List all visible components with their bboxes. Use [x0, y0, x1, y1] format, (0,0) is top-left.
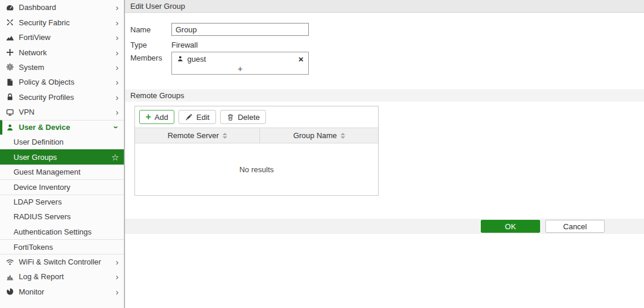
member-item[interactable]: guest ×: [172, 52, 308, 65]
delete-button[interactable]: Delete: [220, 110, 267, 124]
column-header-remote-server[interactable]: Remote Server: [135, 128, 260, 143]
add-button-label: Add: [154, 113, 168, 122]
sort-icon: [222, 133, 227, 139]
members-box: guest × +: [171, 52, 309, 75]
sidebar-item-ldap-servers[interactable]: LDAP Servers: [0, 195, 124, 209]
add-button[interactable]: + Add: [139, 110, 174, 124]
sidebar-item-label: User & Device: [19, 123, 115, 132]
sidebar-item-label: VPN: [19, 108, 116, 116]
network-icon: [5, 48, 15, 56]
page-title: Edit User Group: [125, 0, 644, 13]
action-bar: OK Cancel: [125, 219, 644, 234]
remote-groups-table: + Add Edit Delete Remo: [134, 106, 379, 196]
chevron-right-icon: ›: [116, 272, 120, 281]
remote-groups-toolbar: + Add Edit Delete: [135, 106, 378, 128]
column-header-group-name[interactable]: Group Name: [260, 128, 378, 143]
fortiview-icon: [5, 34, 15, 42]
sidebar-item-policy-objects[interactable]: Policy & Objects ›: [0, 75, 124, 89]
sidebar-item-security-profiles[interactable]: Security Profiles ›: [0, 90, 124, 105]
sidebar-item-label: RADIUS Servers: [14, 212, 120, 221]
sidebar-item-log-report[interactable]: Log & Report ›: [0, 269, 124, 284]
sidebar-item-radius-servers[interactable]: RADIUS Servers: [0, 209, 124, 224]
monitor-icon: [5, 287, 15, 296]
members-row: Members guest × +: [130, 52, 309, 75]
log-report-icon: [5, 273, 15, 281]
name-row: Name: [130, 23, 309, 36]
type-row: Type Firewall: [130, 40, 198, 49]
column-header-label: Group Name: [293, 131, 336, 140]
app-root: Dashboard › Security Fabric › FortiView …: [0, 0, 644, 308]
favorite-star-icon[interactable]: ☆: [112, 153, 120, 162]
chevron-right-icon: ›: [116, 63, 120, 72]
sidebar-item-fortiview[interactable]: FortiView ›: [0, 30, 124, 45]
sidebar-item-label: Monitor: [19, 287, 116, 296]
cancel-button[interactable]: Cancel: [545, 220, 605, 233]
sidebar-item-system[interactable]: System ›: [0, 60, 124, 75]
sidebar-item-label: Dashboard: [19, 3, 116, 12]
remove-member-icon[interactable]: ×: [298, 55, 304, 63]
chevron-right-icon: ›: [116, 257, 120, 266]
delete-button-label: Delete: [238, 113, 260, 122]
sidebar-item-label: Authentication Settings: [14, 227, 120, 236]
type-value: Firewall: [171, 41, 198, 49]
edit-button[interactable]: Edit: [178, 110, 215, 124]
sort-icon: [340, 133, 345, 139]
sidebar-item-label: FortiTokens: [14, 243, 120, 252]
sidebar-item-label: Security Profiles: [19, 93, 116, 102]
sidebar-item-label: Guest Management: [14, 168, 120, 176]
sidebar-item-label: User Groups: [14, 153, 112, 162]
sidebar-item-label: Policy & Objects: [19, 78, 116, 86]
sidebar-item-network[interactable]: Network ›: [0, 45, 124, 59]
sidebar-item-vpn[interactable]: VPN ›: [0, 105, 124, 119]
sidebar-item-label: User Definition: [14, 138, 120, 146]
sidebar-item-dashboard[interactable]: Dashboard ›: [0, 0, 124, 15]
sidebar-item-label: Network: [19, 48, 116, 57]
user-device-icon: [5, 123, 15, 132]
plus-icon: +: [146, 112, 151, 122]
security-fabric-icon: [5, 18, 15, 26]
sidebar-item-monitor[interactable]: Monitor ›: [0, 284, 124, 299]
vpn-icon: [5, 108, 15, 116]
sidebar-item-label: WiFi & Switch Controller: [19, 257, 116, 266]
name-label: Name: [130, 25, 171, 34]
user-icon: [177, 55, 184, 62]
table-header-row: Remote Server Group Name: [135, 128, 378, 143]
wifi-icon: [5, 258, 15, 266]
add-member-button[interactable]: +: [172, 65, 308, 74]
ok-button[interactable]: OK: [481, 220, 540, 233]
type-label: Type: [130, 41, 171, 49]
pencil-icon: [185, 113, 193, 121]
chevron-right-icon: ›: [116, 93, 120, 102]
members-label: Members: [130, 52, 171, 75]
chevron-right-icon: ›: [116, 78, 120, 86]
sidebar-item-fortitokens[interactable]: FortiTokens: [0, 239, 124, 254]
remote-groups-section-header: Remote Groups: [125, 89, 644, 102]
sidebar-item-device-inventory[interactable]: Device Inventory: [0, 179, 124, 194]
chevron-right-icon: ›: [116, 48, 120, 57]
sidebar-item-guest-management[interactable]: Guest Management: [0, 165, 124, 179]
edit-button-label: Edit: [196, 113, 209, 122]
sidebar-item-label: Log & Report: [19, 272, 116, 281]
sidebar-item-label: FortiView: [19, 33, 116, 42]
member-name: guest: [187, 55, 206, 63]
trash-icon: [227, 113, 234, 121]
security-profiles-icon: [5, 93, 15, 101]
sidebar-item-authentication-settings[interactable]: Authentication Settings: [0, 225, 124, 239]
sidebar-item-security-fabric[interactable]: Security Fabric ›: [0, 15, 124, 29]
main-content: Edit User Group Name Type Firewall Membe…: [125, 0, 644, 308]
chevron-right-icon: ›: [116, 18, 120, 27]
chevron-right-icon: ›: [116, 287, 120, 296]
name-input[interactable]: [171, 23, 309, 36]
system-icon: [5, 63, 15, 71]
sidebar-item-user-device[interactable]: User & Device ›: [0, 120, 124, 135]
column-header-label: Remote Server: [167, 131, 218, 140]
sidebar-item-user-definition[interactable]: User Definition: [0, 135, 124, 149]
sidebar-item-user-groups[interactable]: User Groups ☆: [0, 149, 124, 164]
chevron-down-icon: ›: [112, 126, 121, 129]
table-empty-state: No results: [135, 143, 378, 195]
chevron-right-icon: ›: [116, 108, 120, 116]
sidebar-item-label: System: [19, 63, 116, 72]
no-results-text: No results: [240, 165, 274, 174]
sidebar: Dashboard › Security Fabric › FortiView …: [0, 0, 125, 308]
sidebar-item-wifi-switch-controller[interactable]: WiFi & Switch Controller ›: [0, 254, 124, 269]
